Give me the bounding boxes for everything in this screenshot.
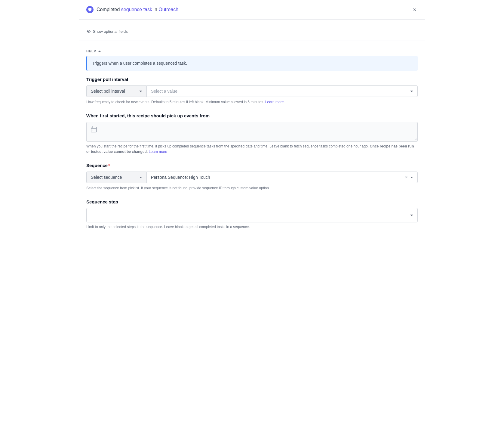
poll-interval-left-dropdown[interactable]: Select poll interval xyxy=(86,85,146,97)
modal-header: Completed sequence task in Outreach × xyxy=(79,0,425,20)
poll-interval-help-text: How frequently to check for new events. … xyxy=(86,99,418,105)
sequence-step-chevron-icon xyxy=(410,215,413,216)
first-started-section: When first started, this recipe should p… xyxy=(86,113,418,154)
sequence-section: Sequence* Select sequence Persona Sequen… xyxy=(86,163,418,191)
sequence-left-dropdown[interactable]: Select sequence xyxy=(86,172,146,183)
resize-handle-icon: ⊿ xyxy=(414,138,417,141)
sequence-dropdown-row: Select sequence Persona Sequence: High T… xyxy=(86,172,418,183)
poll-interval-right-dropdown[interactable]: Select a value xyxy=(146,85,418,97)
header-left: Completed sequence task in Outreach xyxy=(86,6,178,13)
trigger-poll-interval-section: Trigger poll interval Select poll interv… xyxy=(86,77,418,105)
show-optional-fields-button[interactable]: Show optional fields xyxy=(86,29,128,34)
datetime-input-wrapper: 1 ⊿ xyxy=(86,122,418,142)
poll-interval-chevron-icon xyxy=(139,91,142,92)
sequence-step-help-text: Limit to only the selected steps in the … xyxy=(86,224,418,230)
app-name: Outreach xyxy=(158,7,178,12)
calendar-icon: 1 xyxy=(87,122,101,138)
required-indicator: * xyxy=(108,163,110,168)
eye-icon xyxy=(86,29,91,34)
datetime-textarea[interactable] xyxy=(101,122,417,141)
sequence-value-actions: × xyxy=(405,175,413,180)
main-content: HELP Triggers when a user completes a se… xyxy=(79,43,425,244)
sequence-value-box: Persona Sequence: High Touch × xyxy=(146,172,418,183)
sequence-title: Sequence* xyxy=(86,163,418,168)
sequence-task-link[interactable]: sequence task xyxy=(121,7,152,12)
optional-fields-bar: Show optional fields xyxy=(79,25,425,38)
sequence-chevron-icon xyxy=(139,177,142,178)
help-section: HELP Triggers when a user completes a se… xyxy=(86,49,418,71)
sequence-dropdown-chevron-icon xyxy=(410,177,413,178)
shield-icon xyxy=(88,8,92,12)
help-description-box: Triggers when a user completes a sequenc… xyxy=(86,56,418,71)
svg-text:1: 1 xyxy=(92,130,94,132)
svg-rect-0 xyxy=(91,127,97,132)
poll-interval-dropdown-row: Select poll interval Select a value xyxy=(86,85,418,97)
modal-container: Completed sequence task in Outreach × Sh… xyxy=(79,0,425,244)
help-chevron-up-icon xyxy=(98,51,101,52)
sequence-step-title: Sequence step xyxy=(86,199,418,204)
poll-interval-learn-more-link[interactable]: Learn more xyxy=(265,100,284,104)
poll-interval-right-chevron-icon xyxy=(410,91,413,92)
sequence-step-dropdown[interactable] xyxy=(86,208,418,222)
first-started-title: When first started, this recipe should p… xyxy=(86,113,418,118)
trigger-poll-interval-title: Trigger poll interval xyxy=(86,77,418,82)
sequence-help-text: Select the sequence from picklist. If yo… xyxy=(86,185,418,191)
first-started-help-text: When you start the recipe for the first … xyxy=(86,144,418,154)
sequence-clear-button[interactable]: × xyxy=(405,175,408,180)
sequence-step-section: Sequence step Limit to only the selected… xyxy=(86,199,418,230)
close-button[interactable]: × xyxy=(412,5,418,14)
trigger-icon xyxy=(86,6,94,13)
help-header[interactable]: HELP xyxy=(86,49,418,53)
first-started-learn-more-link[interactable]: Learn more xyxy=(149,150,167,154)
header-title: Completed sequence task in Outreach xyxy=(97,7,178,12)
